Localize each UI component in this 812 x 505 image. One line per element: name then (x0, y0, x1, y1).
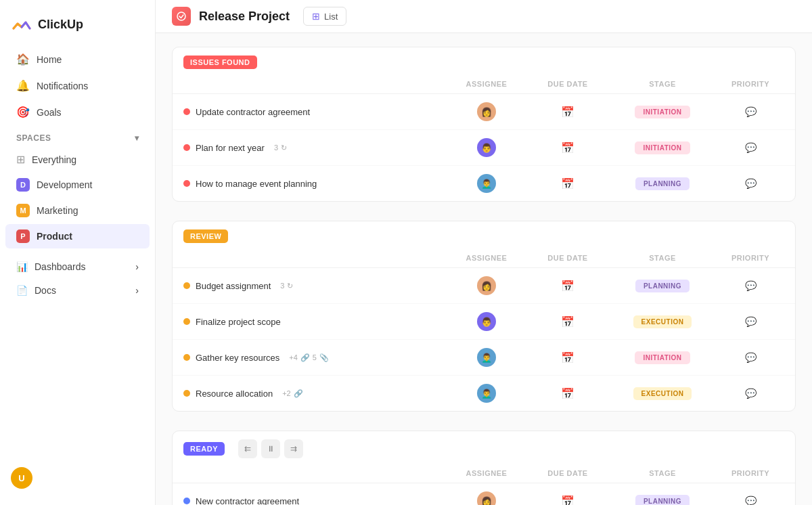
review-section: REVIEW ASSIGNEE DUE DATE STAGE PRIORITY … (172, 221, 796, 412)
plus-count: +2 (282, 389, 291, 397)
assignee-cell: 👨‍🦱 (446, 174, 527, 193)
sidebar-item-marketing[interactable]: M Marketing (5, 198, 150, 223)
assignee-cell: 👨‍🦱 (446, 348, 527, 367)
th-stage: STAGE (608, 254, 717, 262)
table-row[interactable]: New contractor agreement 👩 📅 PLANNING 💬 (173, 483, 795, 505)
list-view-button[interactable]: ⊞ List (303, 7, 346, 26)
th-duedate: DUE DATE (527, 469, 608, 477)
task-name: New contractor agreement (196, 496, 299, 506)
avatar: 👨‍🦱 (477, 174, 496, 193)
meta-count: 3 (274, 144, 278, 152)
table-row[interactable]: Plan for next year 3 ↻ 👨 📅 INITIATION 💬 (173, 130, 795, 166)
sidebar-item-dashboards-label: Dashboards (35, 261, 86, 272)
clickup-logo-icon (11, 14, 32, 35)
sidebar-item-everything[interactable]: ⊞ Everything (5, 148, 150, 171)
avatar: 👨‍🦱 (477, 384, 496, 403)
assignee-cell: 👩 (446, 102, 527, 121)
task-name: How to manage event planning (196, 179, 317, 189)
plus-count: +4 (289, 353, 298, 361)
issues-section: ISSUES FOUND ASSIGNEE DUE DATE STAGE PRI… (172, 47, 796, 202)
spaces-label: Spaces (16, 133, 51, 143)
section-controls: ⇇ ⏸ ⇉ (238, 439, 303, 458)
date-cell: 📅 (527, 106, 608, 118)
assignee-cell: 👨 (446, 138, 527, 157)
priority-cell: 💬 (717, 388, 784, 399)
priority-cell: 💬 (717, 106, 784, 117)
list-icon: ⊞ (312, 11, 320, 22)
sidebar-item-product[interactable]: P Product (5, 224, 150, 248)
calendar-icon: 📅 (561, 387, 574, 400)
task-meta: 3 ↻ (274, 144, 287, 152)
table-row[interactable]: How to manage event planning 👨‍🦱 📅 PLANN… (173, 166, 795, 201)
priority-icon: 💬 (745, 142, 757, 153)
task-name: Resource allocation (196, 389, 273, 399)
dashboards-icon: 📊 (16, 261, 28, 272)
sidebar-item-dashboards[interactable]: 📊 Dashboards › (5, 255, 150, 278)
th-stage: STAGE (608, 80, 717, 88)
task-cell: How to manage event planning (183, 179, 446, 189)
task-meta: +2 🔗 (282, 389, 303, 398)
sidebar-item-everything-label: Everything (32, 154, 76, 165)
sidebar-item-notifications[interactable]: 🔔 Notifications (5, 73, 150, 98)
stage-badge: INITIATION (635, 106, 690, 118)
task-dot-red (183, 108, 190, 115)
issues-table-header: ASSIGNEE DUE DATE STAGE PRIORITY (173, 74, 795, 94)
table-row[interactable]: Update contractor agreement 👩 📅 INITIATI… (173, 94, 795, 130)
sidebar-item-product-label: Product (37, 231, 72, 242)
task-dot-yellow (183, 354, 190, 361)
ready-table-header: ASSIGNEE DUE DATE STAGE PRIORITY (173, 464, 795, 483)
sidebar-item-goals-label: Goals (37, 107, 62, 118)
ready-section: READY ⇇ ⏸ ⇉ ASSIGNEE DUE DATE STAGE PRIO… (172, 431, 796, 505)
sidebar-item-notifications-label: Notifications (37, 81, 88, 91)
task-name: Gather key resources (196, 353, 279, 363)
sidebar-item-development[interactable]: D Development (5, 173, 150, 197)
avatar: 👩 (477, 102, 496, 121)
table-row[interactable]: Budget assignment 3 ↻ 👩 📅 PLANNING 💬 (173, 268, 795, 304)
grid-icon: ⊞ (16, 153, 25, 166)
stage-badge: INITIATION (635, 351, 690, 364)
task-cell: Plan for next year 3 ↻ (183, 143, 446, 153)
calendar-icon: 📅 (561, 280, 574, 292)
main-content: Release Project ⊞ List ISSUES FOUND ASSI… (156, 0, 812, 505)
link-icon: 🔗 (294, 389, 303, 398)
link-icon: 🔗 (300, 353, 310, 362)
task-cell: Gather key resources +4 🔗 5 📎 (183, 353, 446, 363)
control-btn-2[interactable]: ⏸ (261, 439, 280, 458)
priority-icon: 💬 (745, 106, 757, 117)
review-table-header: ASSIGNEE DUE DATE STAGE PRIORITY (173, 248, 795, 268)
sidebar-item-docs-label: Docs (35, 285, 56, 296)
priority-icon: 💬 (745, 496, 757, 505)
svg-point-0 (177, 12, 185, 20)
repeat-icon: ↻ (281, 144, 287, 152)
table-row[interactable]: Gather key resources +4 🔗 5 📎 👨‍🦱 📅 INIT… (173, 340, 795, 376)
avatar: 👨 (477, 138, 496, 157)
paperclip-icon: 📎 (319, 353, 329, 362)
priority-cell: 💬 (717, 142, 784, 153)
control-btn-1[interactable]: ⇇ (238, 439, 257, 458)
stage-cell: PLANNING (608, 177, 717, 190)
user-avatar-area[interactable]: U (0, 459, 155, 497)
calendar-icon: 📅 (561, 141, 574, 154)
table-row[interactable]: Resource allocation +2 🔗 👨‍🦱 📅 EXECUTION (173, 376, 795, 411)
calendar-icon: 📅 (561, 351, 574, 364)
sidebar-dashboards-section: 📊 Dashboards › 📄 Docs › (0, 255, 155, 303)
priority-icon: 💬 (745, 178, 757, 189)
sidebar-item-docs[interactable]: 📄 Docs › (5, 279, 150, 302)
docs-icon: 📄 (16, 285, 28, 296)
chevron-right-icon: › (135, 261, 139, 272)
assignee-cell: 👨 (446, 312, 527, 331)
sidebar-item-goals[interactable]: 🎯 Goals (5, 100, 150, 125)
attach-count: 5 (313, 353, 317, 361)
date-cell: 📅 (527, 315, 608, 328)
product-badge: P (16, 229, 30, 243)
sidebar: ClickUp 🏠 Home 🔔 Notifications 🎯 Goals S… (0, 0, 156, 505)
stage-cell: INITIATION (608, 351, 717, 364)
table-row[interactable]: Finalize project scope 👨 📅 EXECUTION 💬 (173, 304, 795, 340)
task-meta: 3 ↻ (280, 282, 293, 290)
review-badge: REVIEW (183, 229, 228, 243)
control-btn-3[interactable]: ⇉ (284, 439, 303, 458)
sidebar-item-home[interactable]: 🏠 Home (5, 47, 150, 72)
task-dot-yellow (183, 390, 190, 397)
priority-cell: 💬 (717, 280, 784, 291)
task-dot-blue (183, 498, 190, 504)
